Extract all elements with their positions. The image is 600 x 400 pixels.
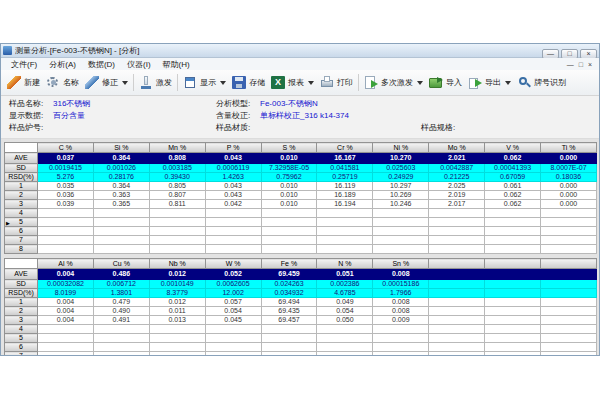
grid-cell[interactable]: 0.010 <box>261 200 317 209</box>
grid-cell[interactable]: 0.0006119 <box>205 164 261 173</box>
grid-cell[interactable] <box>429 334 485 343</box>
grid-cell[interactable]: 0.00015186 <box>373 280 429 289</box>
grid-cell[interactable] <box>205 352 261 356</box>
grid-cell[interactable] <box>485 352 541 356</box>
row-header[interactable]: SD <box>5 164 38 173</box>
grid-cell[interactable]: 0.004 <box>38 298 94 307</box>
grid-cell[interactable]: 0.043 <box>205 191 261 200</box>
row-header[interactable]: 5 <box>5 334 38 343</box>
grid-cell[interactable]: 0.062 <box>485 200 541 209</box>
grid-cell[interactable] <box>429 325 485 334</box>
grid-cell[interactable] <box>429 289 485 298</box>
grid-cell[interactable]: 10.297 <box>373 182 429 191</box>
grid-cell[interactable] <box>373 325 429 334</box>
grid-cell[interactable] <box>541 245 597 254</box>
grid-cell[interactable] <box>205 227 261 236</box>
toolbar-button-pencil[interactable]: 新建 <box>4 74 43 91</box>
grid-cell[interactable] <box>541 218 597 227</box>
row-header[interactable]: 1 <box>5 298 38 307</box>
grid-cell[interactable] <box>93 218 149 227</box>
grid-cell[interactable]: 0.045 <box>205 316 261 325</box>
grid-cell[interactable]: 0.061 <box>485 182 541 191</box>
grid-cell[interactable] <box>205 334 261 343</box>
row-header[interactable]: 7 <box>5 352 38 356</box>
grid-cell[interactable]: 0.039 <box>38 200 94 209</box>
grid-cell[interactable] <box>205 236 261 245</box>
restore-button[interactable]: □ <box>561 49 578 59</box>
row-header[interactable]: 2 <box>5 307 38 316</box>
row-header[interactable]: 2 <box>5 191 38 200</box>
grid-cell[interactable]: 0.006712 <box>93 280 149 289</box>
column-header[interactable]: Cr % <box>317 143 373 153</box>
grid-cell[interactable] <box>429 245 485 254</box>
row-header[interactable]: 4 <box>5 325 38 334</box>
grid-cell[interactable] <box>373 334 429 343</box>
mdi-restore-button[interactable]: □ <box>579 61 583 68</box>
grid-cell[interactable] <box>38 325 94 334</box>
grid-cell[interactable]: 0.000 <box>541 191 597 200</box>
grid-cell[interactable]: 1.3801 <box>93 289 149 298</box>
grid-cell[interactable] <box>485 269 541 280</box>
grid-cell[interactable] <box>261 209 317 218</box>
grid-cell[interactable] <box>429 307 485 316</box>
grid-cell[interactable]: 0.010 <box>261 191 317 200</box>
grid-cell[interactable] <box>93 334 149 343</box>
grid-cell[interactable] <box>38 209 94 218</box>
column-header[interactable]: C % <box>38 143 94 153</box>
row-header[interactable]: 1 <box>5 182 38 191</box>
grid-cell[interactable]: 16.194 <box>317 200 373 209</box>
grid-cell[interactable]: 10.246 <box>373 200 429 209</box>
mdi-minimize-button[interactable]: — <box>567 61 574 68</box>
grid-cell[interactable] <box>93 343 149 352</box>
grid-cell[interactable]: 0.0019415 <box>38 164 94 173</box>
grid-cell[interactable]: 0.051 <box>317 269 373 280</box>
grid-cell[interactable]: 16.119 <box>317 182 373 191</box>
grid-cell[interactable] <box>541 209 597 218</box>
toolbar-button-export[interactable]: 导出 <box>465 74 514 91</box>
row-header[interactable]: 8 <box>5 245 38 254</box>
column-header[interactable]: Si % <box>93 143 149 153</box>
grid-cell[interactable] <box>485 289 541 298</box>
grid-cell[interactable] <box>149 218 205 227</box>
grid-cell[interactable]: 0.491 <box>93 316 149 325</box>
grid-cell[interactable]: 0.012 <box>149 298 205 307</box>
column-header[interactable]: V % <box>485 143 541 153</box>
column-header[interactable] <box>429 259 485 269</box>
row-header[interactable]: 4 <box>5 209 38 218</box>
grid-cell[interactable]: 1.4263 <box>205 173 261 182</box>
grid-cell[interactable] <box>205 343 261 352</box>
grid-cell[interactable]: 0.18036 <box>541 173 597 182</box>
grid-cell[interactable] <box>485 218 541 227</box>
grid-cell[interactable]: 0.013 <box>149 316 205 325</box>
grid-cell[interactable]: 0.062 <box>485 153 541 164</box>
grid-cell[interactable]: 0.486 <box>93 269 149 280</box>
grid-cell[interactable] <box>429 269 485 280</box>
grid-cell[interactable]: 0.037 <box>38 153 94 164</box>
grid-cell[interactable] <box>261 227 317 236</box>
grid-cell[interactable] <box>485 280 541 289</box>
grid-cell[interactable] <box>429 236 485 245</box>
row-header[interactable]: RSD(%) <box>5 173 38 182</box>
grid-cell[interactable]: 0.000 <box>541 182 597 191</box>
grid-cell[interactable]: 0.67059 <box>485 173 541 182</box>
grid-cell[interactable]: 0.034932 <box>261 289 317 298</box>
menu-item-2[interactable]: 数据(D) <box>82 59 121 70</box>
grid-cell[interactable] <box>261 218 317 227</box>
menu-item-3[interactable]: 仪器(I) <box>121 59 157 70</box>
grid-cell[interactable] <box>261 343 317 352</box>
grid-cell[interactable]: 69.457 <box>261 316 317 325</box>
grid-cell[interactable] <box>38 343 94 352</box>
grid-cell[interactable]: 0.0062605 <box>205 280 261 289</box>
column-header[interactable]: Ti % <box>541 143 597 153</box>
grid-cell[interactable]: 0.25719 <box>317 173 373 182</box>
grid-cell[interactable]: 0.479 <box>93 298 149 307</box>
grid-cell[interactable] <box>93 352 149 356</box>
grid-cell[interactable] <box>429 343 485 352</box>
grid-cell[interactable]: 0.004 <box>38 307 94 316</box>
grid-cell[interactable]: 0.025603 <box>373 164 429 173</box>
grid-cell[interactable] <box>429 352 485 356</box>
grid-cell[interactable]: 12.002 <box>205 289 261 298</box>
grid-cell[interactable]: 0.363 <box>93 191 149 200</box>
menu-item-1[interactable]: 分析(A) <box>43 59 82 70</box>
row-header[interactable]: AVE <box>5 269 38 280</box>
